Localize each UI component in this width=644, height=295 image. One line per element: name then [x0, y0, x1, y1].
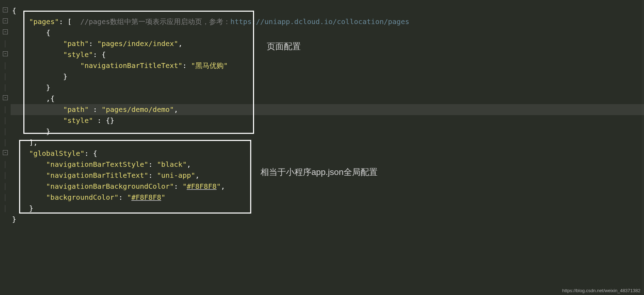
- code-line[interactable]: "backgroundColor": "#F8F8F8": [11, 192, 644, 203]
- code-line-highlighted[interactable]: "path" : "pages/demo/demo",: [11, 104, 644, 115]
- fold-icon[interactable]: −: [3, 95, 8, 100]
- gutter-guide: [5, 161, 5, 168]
- comment-text: //pages数组中第一项表示应用启动页，参考：: [80, 17, 230, 26]
- gutter-guide: [5, 106, 5, 113]
- scrollbar-strip[interactable]: [642, 0, 644, 295]
- gutter-guide: [5, 84, 5, 91]
- gutter-guide: [5, 128, 5, 135]
- code-line[interactable]: }: [11, 126, 644, 137]
- code-editor[interactable]: { "pages": [ //pages数组中第一项表示应用启动页，参考：htt…: [11, 0, 644, 295]
- code-line[interactable]: "navigationBarTitleText": "黑马优购": [11, 60, 644, 71]
- gutter-guide: [5, 62, 5, 69]
- json-value: "pages/index/index": [97, 39, 178, 48]
- gutter-guide: [5, 139, 5, 146]
- json-key: "path": [63, 105, 89, 114]
- json-value: "black": [157, 160, 186, 169]
- code-line[interactable]: "pages": [ //pages数组中第一项表示应用启动页，参考：https…: [11, 16, 644, 27]
- json-key: "pages": [29, 17, 59, 26]
- fold-icon[interactable]: −: [3, 150, 8, 155]
- json-color-value: #F8F8F8: [187, 182, 217, 191]
- json-key: "path": [63, 39, 89, 48]
- fold-icon[interactable]: −: [3, 18, 8, 23]
- gutter-guide: [5, 183, 5, 190]
- annotation-label-global: 相当于小程序app.json全局配置: [260, 166, 378, 178]
- gutter-guide: [5, 172, 5, 179]
- json-key: "navigationBarTextStyle": [46, 160, 148, 169]
- watermark-text: https://blog.csdn.net/weixin_48371382: [562, 288, 640, 293]
- editor-gutter: − − − − − −: [0, 0, 11, 295]
- gutter-guide: [5, 205, 5, 212]
- gutter-guide: [5, 73, 5, 80]
- json-key: "navigationBarTitleText": [46, 171, 148, 180]
- code-line[interactable]: "style": {: [11, 49, 644, 60]
- brace-close: }: [12, 215, 16, 223]
- annotation-label-pages: 页面配置: [267, 41, 301, 52]
- json-value: "uni-app": [157, 171, 195, 180]
- comment-url: https://uniapp.dcloud.io/collocation/pag…: [230, 17, 409, 26]
- json-value: "黑马优购": [191, 61, 228, 70]
- json-key: "navigationBarBackgroundColor": [46, 182, 174, 191]
- json-key: "backgroundColor": [46, 193, 119, 202]
- gutter-guide: [5, 40, 5, 47]
- code-line[interactable]: }: [11, 203, 644, 214]
- json-key: "style": [63, 116, 93, 125]
- json-value: "pages/demo/demo": [102, 105, 174, 114]
- code-line[interactable]: }: [11, 214, 644, 225]
- code-line[interactable]: {: [11, 27, 644, 38]
- fold-icon[interactable]: −: [3, 29, 8, 34]
- code-line[interactable]: "path": "pages/index/index",: [11, 38, 644, 49]
- json-key: "style": [63, 50, 93, 59]
- fold-icon[interactable]: −: [3, 7, 8, 12]
- code-line[interactable]: "navigationBarBackgroundColor": "#F8F8F8…: [11, 181, 644, 192]
- fold-icon[interactable]: −: [3, 51, 8, 56]
- code-line[interactable]: }: [11, 82, 644, 93]
- code-line[interactable]: "globalStyle": {: [11, 148, 644, 159]
- code-line[interactable]: }: [11, 71, 644, 82]
- json-key: "navigationBarTitleText": [80, 61, 183, 70]
- code-line[interactable]: ,{: [11, 93, 644, 104]
- code-line[interactable]: {: [11, 5, 644, 16]
- brace-open: {: [12, 6, 16, 15]
- json-key: "globalStyle": [29, 149, 85, 158]
- gutter-guide: [5, 194, 5, 201]
- gutter-guide: [5, 117, 5, 124]
- code-line[interactable]: "style" : {}: [11, 115, 644, 126]
- code-line[interactable]: ],: [11, 137, 644, 148]
- json-color-value: #F8F8F8: [131, 193, 161, 202]
